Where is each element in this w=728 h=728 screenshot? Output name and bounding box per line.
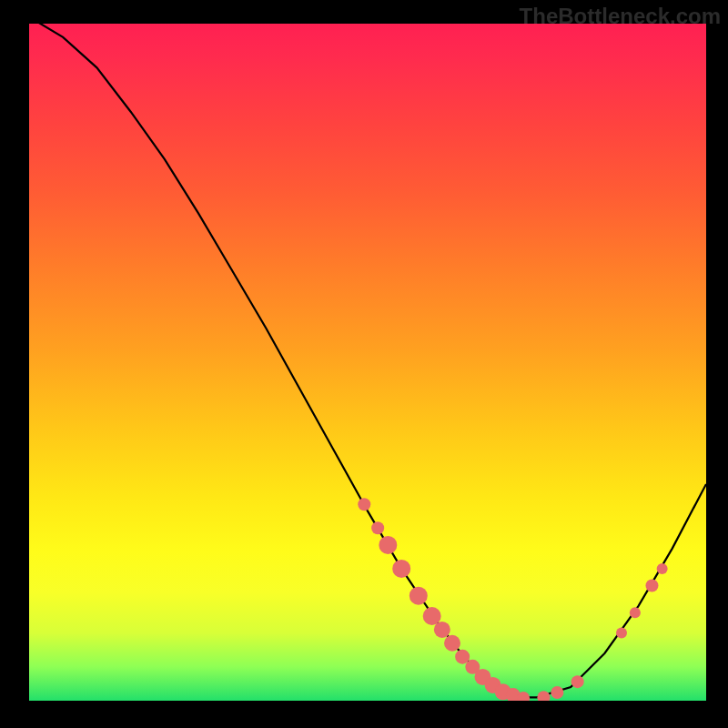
watermark-text: TheBottleneck.com [520, 4, 721, 29]
plot-area [29, 24, 706, 701]
data-marker [392, 560, 410, 578]
data-marker [616, 628, 627, 639]
chart-overlay [29, 24, 706, 701]
data-marker [444, 635, 460, 652]
data-markers [358, 498, 667, 701]
chart-container: TheBottleneck.com [0, 0, 728, 728]
data-marker [657, 563, 668, 574]
data-marker [571, 675, 584, 688]
bottleneck-curve [29, 24, 706, 697]
data-marker [371, 521, 384, 534]
data-marker [537, 691, 550, 701]
data-marker [379, 536, 397, 554]
data-marker [551, 686, 563, 699]
data-marker [358, 498, 370, 511]
data-marker [630, 607, 641, 618]
data-marker [645, 580, 658, 592]
data-marker [434, 622, 450, 638]
data-marker [410, 587, 428, 605]
